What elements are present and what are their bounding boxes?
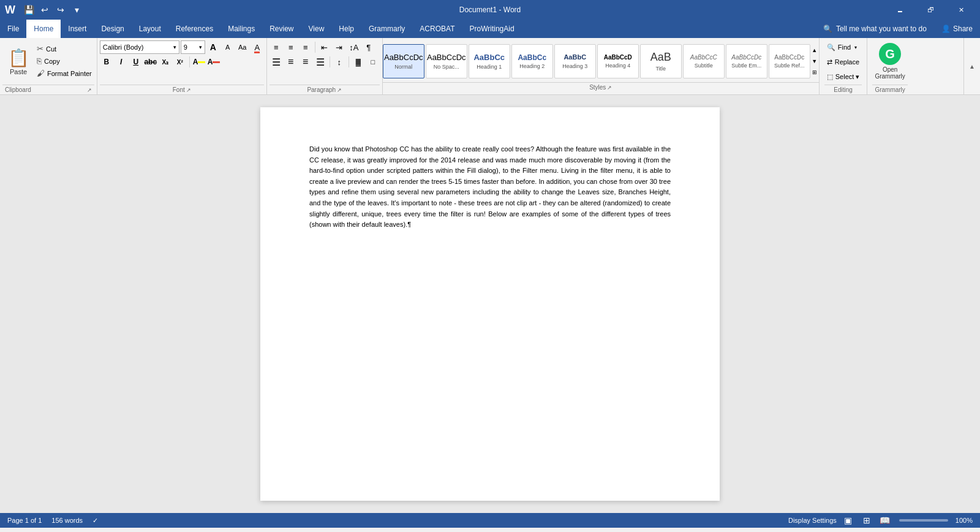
bullets-button[interactable]: ≡ (270, 40, 283, 54)
clipboard-expand-icon[interactable]: ↗ (87, 87, 92, 93)
undo-button[interactable]: ↩ (37, 2, 52, 17)
borders-button[interactable]: □ (366, 55, 380, 69)
font-size-dropdown-icon: ▾ (199, 44, 202, 50)
menu-grammarly[interactable]: Grammarly (361, 20, 412, 38)
title-bar-left: W 💾 ↩ ↪ ▾ (5, 2, 84, 17)
select-button[interactable]: ⬚ Select ▾ (824, 70, 862, 83)
style-heading4[interactable]: AaBbCcD Heading 4 (597, 44, 639, 78)
font-size-selector[interactable]: 9 ▾ (181, 40, 205, 54)
align-left-button[interactable]: ☰ (270, 55, 283, 69)
menu-file[interactable]: File (0, 20, 26, 38)
styles-more-button[interactable]: ⊞ (810, 67, 819, 78)
menu-prowritingaid[interactable]: ProWritingAid (462, 20, 521, 38)
open-grammarly-button[interactable]: G OpenGrammarly (872, 38, 907, 85)
font-color-button[interactable]: A (207, 55, 221, 69)
style-subtitle[interactable]: AaBbCcC Subtitle (683, 44, 725, 78)
increase-indent-button[interactable]: ⇥ (333, 40, 346, 54)
italic-button[interactable]: I (115, 55, 128, 69)
styles-expand-icon[interactable]: ↗ (607, 85, 612, 91)
menu-design[interactable]: Design (94, 20, 131, 38)
restore-button[interactable]: 🗗 (916, 0, 944, 20)
font-name-selector[interactable]: Calibri (Body) ▾ (100, 40, 179, 54)
style-title-preview: AaB (650, 51, 671, 64)
share-button[interactable]: 👤 Share (934, 20, 980, 38)
style-subtle-em[interactable]: AaBbCcDc Subtle Em... (726, 44, 767, 78)
font-expand-icon[interactable]: ↗ (186, 87, 191, 93)
paragraph-group-label: Paragraph ↗ (270, 85, 380, 94)
paste-button[interactable]: 📋 Paste (2, 40, 34, 85)
font-name-value: Calibri (Body) (103, 44, 144, 51)
replace-button[interactable]: ⇄ Replace (824, 55, 862, 69)
customize-quick-access-button[interactable]: ▾ (69, 2, 84, 17)
copy-button[interactable]: ⎘ Copy (34, 55, 94, 67)
document-page[interactable]: Did you know that Photoshop CC has the a… (260, 107, 720, 501)
style-h3-label: Heading 3 (562, 63, 587, 69)
web-layout-view-button[interactable]: ⊞ (860, 514, 873, 527)
font-clear-button[interactable]: A (251, 40, 264, 54)
zoom-slider[interactable] (899, 519, 948, 522)
style-title-label: Title (655, 66, 666, 72)
multilevel-list-button[interactable]: ≡ (299, 40, 312, 54)
separator1 (189, 56, 190, 67)
style-heading1[interactable]: AaBbCc Heading 1 (469, 44, 510, 78)
justify-button[interactable]: ☰ (314, 55, 327, 69)
strikethrough-button[interactable]: abc (144, 55, 157, 69)
menu-help[interactable]: Help (331, 20, 361, 38)
display-settings-label[interactable]: Display Settings (788, 517, 837, 524)
styles-scroll-up-button[interactable]: ▲ (810, 45, 819, 56)
find-button[interactable]: 🔍 Find ▾ (824, 40, 862, 54)
style-subtle-ref[interactable]: AaBbCcDc Subtle Ref... (769, 44, 810, 78)
redo-button[interactable]: ↪ (53, 2, 68, 17)
menu-layout[interactable]: Layout (132, 20, 168, 38)
find-dropdown-icon: ▾ (854, 45, 857, 50)
menu-acrobat[interactable]: ACROBAT (412, 20, 462, 38)
menu-bar: File Home Insert Design Layout Reference… (0, 20, 980, 38)
zoom-level: 100% (956, 517, 973, 524)
find-icon: 🔍 (827, 44, 835, 51)
align-right-button[interactable]: ≡ (299, 55, 312, 69)
bold-button[interactable]: B (100, 55, 113, 69)
format-painter-button[interactable]: 🖌 Format Painter (34, 67, 94, 79)
style-h2-label: Heading 2 (519, 63, 545, 69)
menu-home[interactable]: Home (26, 20, 61, 38)
highlight-button[interactable]: A (192, 55, 206, 69)
underline-button[interactable]: U (129, 55, 143, 69)
font-row2: B I U abc X₂ X² A A (100, 55, 264, 69)
style-heading3[interactable]: AaBbC Heading 3 (554, 44, 596, 78)
minimize-button[interactable]: 🗕 (886, 0, 914, 20)
search-box[interactable]: 🔍 Tell me what you want to do (816, 20, 934, 38)
font-shrink-button[interactable]: A (221, 40, 235, 54)
numbering-button[interactable]: ≡ (284, 40, 298, 54)
styles-scroll-controls: ▲ ▼ ⊞ (810, 45, 819, 78)
sort-button[interactable]: ↕A (347, 40, 361, 54)
line-spacing-button[interactable]: ↕ (333, 55, 346, 69)
cut-button[interactable]: ✂ Cut (34, 43, 94, 55)
read-mode-button[interactable]: 📖 (878, 514, 892, 527)
save-button[interactable]: 💾 (21, 2, 36, 17)
print-layout-view-button[interactable]: ▣ (842, 514, 855, 527)
font-grow-button[interactable]: A (206, 40, 220, 54)
shading-button[interactable]: ▓ (352, 55, 365, 69)
styles-scroll-down-button[interactable]: ▼ (810, 56, 819, 67)
menu-insert[interactable]: Insert (61, 20, 94, 38)
menu-mailings[interactable]: Mailings (221, 20, 262, 38)
style-title[interactable]: AaB Title (640, 44, 682, 78)
superscript-button[interactable]: X² (173, 55, 187, 69)
decrease-indent-button[interactable]: ⇤ (318, 40, 331, 54)
subscript-button[interactable]: X₂ (159, 55, 172, 69)
document-content[interactable]: Did you know that Photoshop CC has the a… (309, 144, 671, 230)
close-button[interactable]: ✕ (947, 0, 975, 20)
paragraph-expand-icon[interactable]: ↗ (337, 87, 342, 93)
ribbon-collapse-button[interactable]: ▲ (963, 38, 980, 94)
menu-review[interactable]: Review (262, 20, 301, 38)
proofing-icon[interactable]: ✓ (92, 517, 98, 525)
menu-view[interactable]: View (301, 20, 332, 38)
font-case-button[interactable]: Aa (236, 40, 249, 54)
share-label: Share (953, 25, 973, 33)
show-marks-button[interactable]: ¶ (362, 40, 375, 54)
style-normal[interactable]: AaBbCcDc Normal (383, 44, 424, 78)
style-heading2[interactable]: AaBbCc Heading 2 (511, 44, 553, 78)
menu-references[interactable]: References (168, 20, 221, 38)
align-center-button[interactable]: ≡ (284, 55, 298, 69)
style-no-space[interactable]: AaBbCcDc No Spac... (426, 44, 467, 78)
